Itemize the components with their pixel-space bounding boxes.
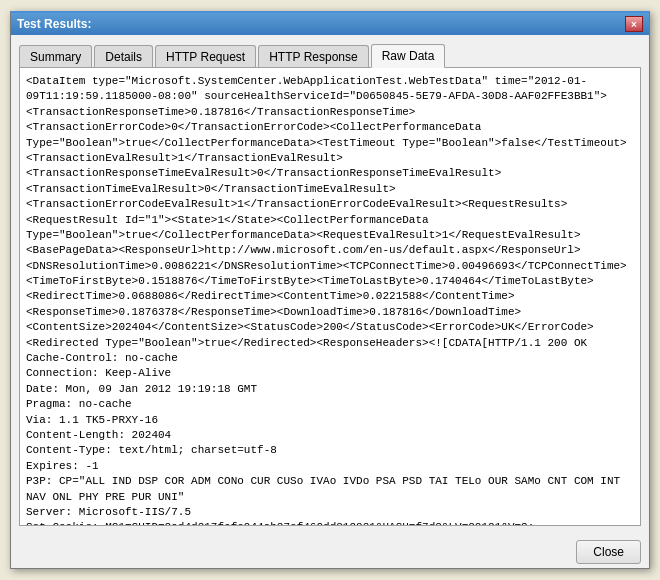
raw-data-container (20, 68, 640, 525)
window-content: Summary Details HTTP Request HTTP Respon… (11, 35, 649, 534)
tab-raw-data[interactable]: Raw Data (371, 44, 446, 68)
tab-http-request[interactable]: HTTP Request (155, 45, 256, 68)
tab-summary[interactable]: Summary (19, 45, 92, 68)
footer: Close (11, 534, 649, 568)
tab-details[interactable]: Details (94, 45, 153, 68)
title-bar-buttons: × (625, 16, 643, 32)
tab-content-area (19, 67, 641, 526)
test-results-window: Test Results: × Summary Details HTTP Req… (10, 11, 650, 569)
title-bar: Test Results: × (11, 13, 649, 35)
window-title: Test Results: (17, 17, 91, 31)
tab-http-response[interactable]: HTTP Response (258, 45, 368, 68)
close-button[interactable]: Close (576, 540, 641, 564)
close-window-button[interactable]: × (625, 16, 643, 32)
raw-data-textarea[interactable] (20, 68, 640, 525)
tab-bar: Summary Details HTTP Request HTTP Respon… (19, 43, 641, 67)
